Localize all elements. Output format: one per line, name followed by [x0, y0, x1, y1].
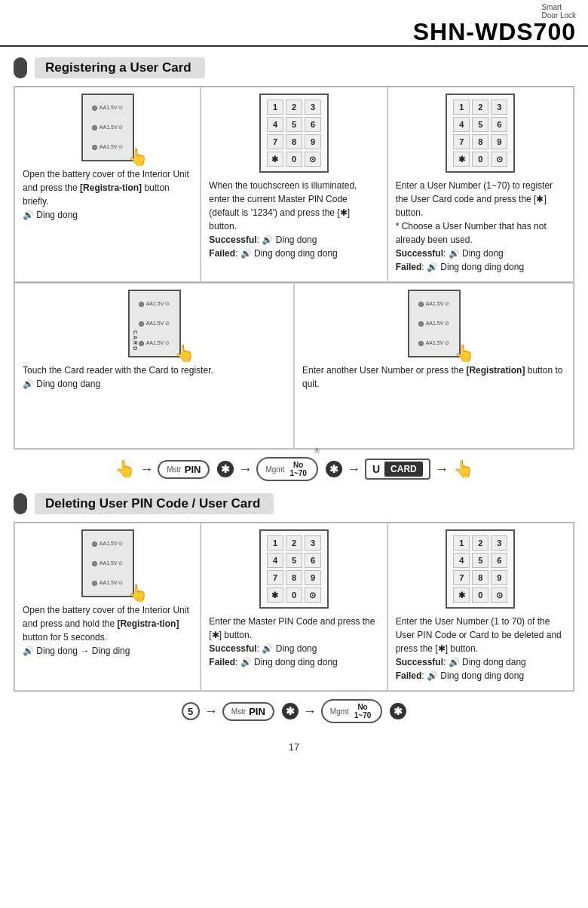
panel-5: AA1.5V ⊙ AA1.5V ⊙ AA1.5V ⊙ 👆 Enter anoth… — [294, 283, 574, 449]
dkey-2c: 2 — [472, 535, 488, 551]
delete-panel-3-img: 1 2 3 4 5 6 7 8 9 ✱ 0 ⊙ — [396, 529, 565, 609]
card-reader-illustration: AA1.5V ⊙ AA1.5V ⊙ AA1.5V ⊙ CARD — [128, 290, 181, 357]
panel-4-text: Touch the Card reader with the Card to r… — [23, 364, 213, 391]
keypad-1: 1 2 3 4 5 6 7 8 9 ✱ 0 ⊙ — [259, 94, 329, 173]
flow2-pill-mgmt: Mgmt No 1~70 — [321, 699, 383, 723]
section1-panels-row1: AA1.5V ⊙ AA1.5V ⊙ AA1.5V ⊙ 👆 Open the ba… — [14, 86, 574, 283]
panel-5-img: AA1.5V ⊙ AA1.5V ⊙ AA1.5V ⊙ 👆 — [302, 290, 565, 357]
delete-panel-1-img: AA1.5V ⊙ AA1.5V ⊙ AA1.5V ⊙ 👆 — [23, 529, 192, 597]
keypad-2-grid: 1 2 3 4 5 6 7 8 9 ✱ 0 ⊙ — [453, 100, 507, 167]
keypad-1-grid: 1 2 3 4 5 6 7 8 9 ✱ 0 ⊙ — [267, 100, 321, 167]
unit-illustration-1: AA1.5V ⊙ AA1.5V ⊙ AA1.5V ⊙ — [81, 94, 134, 161]
key-5: 5 — [286, 117, 302, 132]
flow-mgmt-label: Mgmt — [265, 465, 284, 474]
section1-title: Registering a User Card — [35, 57, 205, 78]
panel-3-text: Enter a User Number (1~70) to register t… — [396, 179, 565, 274]
flow-pin-value: PIN — [185, 464, 201, 475]
flow-arrow-4: → — [435, 462, 449, 477]
finger-icon-d1: 👆 — [127, 584, 148, 603]
key-star: ✱ — [267, 152, 283, 167]
flow2-mstr-label: Mstr — [231, 707, 246, 716]
panel-2: 1 2 3 4 5 6 7 8 9 ✱ 0 ⊙ When the touchsc… — [201, 87, 387, 282]
finger-icon-5: 👆 — [454, 344, 474, 364]
unit-illustration-d1: AA1.5V ⊙ AA1.5V ⊙ AA1.5V ⊙ — [81, 529, 134, 597]
flow-star-2: ✱ — [326, 461, 342, 477]
panel-4: AA1.5V ⊙ AA1.5V ⊙ AA1.5V ⊙ CARD 👆 Touch … — [14, 283, 294, 449]
section2-title: Deleting User PIN Code / User Card — [35, 493, 274, 514]
key-7b: 7 — [453, 134, 470, 149]
dkey-1c: 1 — [453, 535, 470, 551]
dkey-8c: 8 — [472, 570, 488, 585]
keypad-2: 1 2 3 4 5 6 7 8 9 ✱ 0 ⊙ — [446, 94, 515, 173]
dkey-5c: 5 — [472, 553, 488, 568]
brand-title: SHN-WDS700 — [413, 20, 576, 44]
delete-panel-1: AA1.5V ⊙ AA1.5V ⊙ AA1.5V ⊙ 👆 Open the ba… — [14, 523, 201, 691]
dkey-4c: 4 — [453, 553, 470, 568]
dkey-5: 5 — [286, 553, 302, 568]
flow2-star-1: ✱ — [282, 703, 299, 719]
dkey-6c: 6 — [491, 553, 507, 568]
flow-u-label: U — [372, 463, 380, 475]
delete-panel-2-img: 1 2 3 4 5 6 7 8 9 ✱ 0 ⊙ — [209, 529, 378, 609]
dkey-9c: 9 — [491, 570, 507, 585]
unit-illustration-5: AA1.5V ⊙ AA1.5V ⊙ AA1.5V ⊙ — [408, 290, 461, 357]
dkey-8: 8 — [286, 570, 302, 585]
dkey-0c: 0 — [472, 587, 488, 603]
key-3: 3 — [305, 100, 321, 115]
flow-star-1: ✱ — [217, 461, 234, 477]
finger-icon-4: 👆 — [174, 344, 194, 364]
key-1b: 1 — [453, 100, 470, 115]
delete-panel-3-text: Enter the User Number (1 to 70) of the U… — [396, 615, 565, 683]
flow2-arrow-2: → — [303, 704, 317, 719]
panel-3: 1 2 3 4 5 6 7 8 9 ✱ 0 ⊙ Enter a User Num… — [387, 87, 574, 282]
dkey-circlec: ⊙ — [491, 587, 507, 603]
flow2-no-range: No 1~70 — [354, 703, 372, 719]
dkey-7: 7 — [267, 570, 283, 585]
delete-panel-1-text: Open the battery cover of the Interior U… — [23, 603, 192, 658]
dkey-0: 0 — [286, 587, 302, 603]
registered-mark: ® — [314, 447, 320, 455]
key-8b: 8 — [472, 134, 488, 149]
dkey-star: ✱ — [267, 587, 283, 603]
dkey-9: 9 — [305, 570, 321, 585]
dkey-circle: ⊙ — [305, 587, 321, 603]
key-9b: 9 — [491, 134, 507, 149]
flow2-star-2: ✱ — [390, 703, 406, 719]
key-6: 6 — [305, 117, 321, 132]
flow-pill-mstr-pin: Mstr PIN — [158, 460, 210, 479]
flow-hand-start: 👆 — [115, 459, 135, 479]
dkey-1: 1 — [267, 535, 283, 551]
key-5b: 5 — [472, 117, 488, 132]
flow-mstr-label: Mstr — [167, 465, 181, 474]
dkey-2: 2 — [286, 535, 302, 551]
key-0: 0 — [286, 152, 302, 167]
key-starb: ✱ — [453, 152, 470, 167]
delete-panel-3: 1 2 3 4 5 6 7 8 9 ✱ 0 ⊙ Enter the User N… — [387, 523, 574, 691]
finger-icon-1: 👆 — [127, 148, 148, 167]
dkey-3c: 3 — [491, 535, 507, 551]
flow-arrow-1: → — [139, 462, 153, 477]
key-3b: 3 — [491, 100, 507, 115]
delete-panel-2: 1 2 3 4 5 6 7 8 9 ✱ 0 ⊙ Enter the Master… — [201, 523, 387, 691]
key-circle: ⊙ — [305, 152, 321, 167]
flow-pill-mgmt: Mgmt No 1~70 — [256, 457, 318, 481]
delete-panel-2-text: Enter the Master PIN Code and press the … — [209, 615, 378, 669]
panel-1-img: AA1.5V ⊙ AA1.5V ⊙ AA1.5V ⊙ 👆 — [23, 94, 192, 161]
key-2b: 2 — [472, 100, 488, 115]
panel-1-text: Open the battery cover of the Interior U… — [23, 167, 192, 222]
section2-panels: AA1.5V ⊙ AA1.5V ⊙ AA1.5V ⊙ 👆 Open the ba… — [14, 522, 574, 692]
flow2-mgmt-label: Mgmt — [330, 707, 349, 716]
key-2: 2 — [286, 100, 302, 115]
flow-card-label: CARD — [384, 462, 423, 477]
section1-title-icon — [14, 57, 27, 78]
key-1: 1 — [267, 100, 283, 115]
panel-2-text: When the touchscreen is illuminated, ent… — [209, 179, 378, 260]
flow-no-range: No 1~70 — [289, 461, 307, 477]
section1-panels-row2: AA1.5V ⊙ AA1.5V ⊙ AA1.5V ⊙ CARD 👆 Touch … — [14, 283, 574, 449]
section2-flow: 5 → Mstr PIN ✱ → Mgmt No 1~70 ✱ — [14, 699, 574, 723]
key-8: 8 — [286, 134, 302, 149]
section2-title-bar: Deleting User PIN Code / User Card — [14, 493, 574, 514]
key-0b: 0 — [472, 152, 488, 167]
dkey-7c: 7 — [453, 570, 470, 585]
keypad-d2-grid: 1 2 3 4 5 6 7 8 9 ✱ 0 ⊙ — [267, 535, 321, 603]
